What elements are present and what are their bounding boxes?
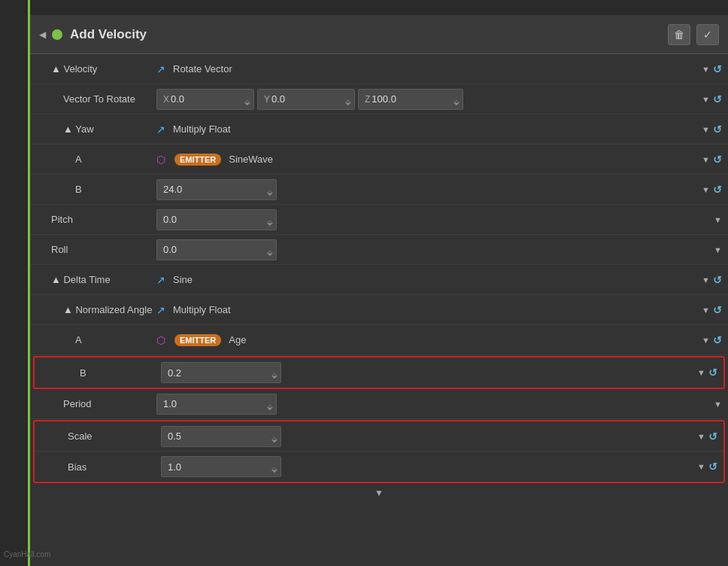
norm-b-dropdown[interactable]: ▼	[697, 368, 705, 377]
y-label: Y	[264, 94, 270, 105]
scale-label: Scale	[41, 431, 161, 442]
pitch-input[interactable]: 0.0 ⬙	[156, 209, 277, 230]
roll-input[interactable]: 0.0 ⬙	[156, 239, 277, 260]
period-label: Period	[36, 398, 156, 409]
dropdown-arrow[interactable]: ▼	[702, 65, 710, 74]
watermark: CyanHall.com	[4, 550, 50, 558]
pitch-expand: ⬙	[267, 218, 273, 227]
yaw-b-input[interactable]: 24.0 ⬙	[156, 179, 277, 200]
pitch-label: Pitch	[36, 214, 156, 225]
delta-actions: ▼ ↺	[702, 274, 722, 286]
norm-actions: ▼ ↺	[702, 304, 722, 316]
scale-actions: ▼ ↺	[697, 431, 717, 443]
velocity-value: ↗ Rotate Vector	[156, 63, 702, 75]
norm-dropdown[interactable]: ▼	[702, 306, 710, 315]
norm-a-dropdown[interactable]: ▼	[702, 336, 710, 345]
reset-btn-v[interactable]: ↺	[713, 93, 722, 105]
yaw-a-value: ⬡ EMITTER SineWave	[156, 154, 702, 166]
bias-expand: ⬙	[271, 465, 278, 473]
norm-b-value: 0.2 ⬙	[161, 362, 697, 383]
roll-row: Roll 0.0 ⬙ ▼	[30, 235, 728, 265]
bias-label: Bias	[41, 461, 161, 473]
bias-input[interactable]: 1.0 ⬙	[161, 456, 281, 477]
bias-value: 1.0 ⬙	[161, 456, 697, 477]
delta-time-value: ↗ Sine	[156, 274, 702, 286]
scale-reset[interactable]: ↺	[708, 431, 717, 443]
link-icon-a: ⬡	[156, 154, 165, 166]
x-label: X	[163, 94, 169, 105]
normalized-angle-label: ▲ Normalized Angle	[36, 304, 156, 315]
yaw-a-dropdown[interactable]: ▼	[702, 155, 710, 164]
dropdown-arrow-v[interactable]: ▼	[702, 95, 710, 104]
norm-a-row: A ⬡ EMITTER Age ▼ ↺	[30, 325, 728, 355]
yaw-a-actions: ▼ ↺	[702, 154, 722, 166]
yaw-b-label: B	[36, 184, 156, 195]
delta-collapse[interactable]: ▲	[51, 274, 63, 285]
normalized-angle-value: ↗ Multiply Float	[156, 304, 702, 316]
delta-curve-icon: ↗	[156, 274, 165, 286]
reset-btn[interactable]: ↺	[713, 63, 722, 75]
norm-a-reset[interactable]: ↺	[713, 334, 722, 346]
status-indicator	[52, 29, 62, 40]
xyz-inputs: X 0.0 ⬙ Y 0.0 ⬙ Z 100.0 ⬙	[156, 89, 463, 110]
roll-dropdown[interactable]: ▼	[714, 245, 722, 254]
delta-time-label: ▲ Delta Time	[36, 274, 156, 285]
emitter-badge-a: EMITTER	[174, 154, 221, 166]
yaw-b-row: B 24.0 ⬙ ▼ ↺	[30, 175, 728, 205]
norm-a-label: A	[36, 334, 156, 345]
yaw-collapse[interactable]: ▲	[63, 123, 75, 135]
scale-bias-highlight: Scale 0.5 ⬙ ▼ ↺ Bias 1.0	[33, 420, 725, 483]
delta-time-row: ▲ Delta Time ↗ Sine ▼ ↺	[30, 265, 728, 295]
vector-to-rotate-label: Vector To Rotate	[36, 93, 156, 105]
z-input[interactable]: Z 100.0 ⬙	[358, 89, 463, 110]
roll-label: Roll	[36, 244, 156, 255]
header-icons: 🗑 ✓	[668, 24, 719, 45]
norm-b-label: B	[41, 367, 161, 379]
x-input[interactable]: X 0.0 ⬙	[156, 89, 254, 110]
delta-reset[interactable]: ↺	[713, 274, 722, 286]
collapse-tri[interactable]: ▲	[51, 63, 63, 75]
bias-reset[interactable]: ↺	[708, 461, 717, 473]
norm-b-reset[interactable]: ↺	[708, 367, 717, 379]
period-actions: ▼	[714, 400, 722, 409]
normalized-angle-row: ▲ Normalized Angle ↗ Multiply Float ▼ ↺	[30, 295, 728, 325]
delta-dropdown[interactable]: ▼	[702, 275, 710, 285]
period-input[interactable]: 1.0 ⬙	[156, 394, 277, 415]
norm-collapse[interactable]: ▲	[63, 304, 75, 315]
norm-reset[interactable]: ↺	[713, 304, 722, 316]
vector-xyz-group: X 0.0 ⬙ Y 0.0 ⬙ Z 100.0 ⬙	[156, 89, 702, 110]
check-button[interactable]: ✓	[696, 24, 719, 45]
z-label: Z	[365, 94, 370, 105]
page-title: Add Velocity	[70, 27, 668, 42]
yaw-b-value: 24.0 ⬙	[156, 179, 702, 200]
roll-expand: ⬙	[267, 248, 273, 257]
y-input[interactable]: Y 0.0 ⬙	[257, 89, 355, 110]
yaw-actions: ▼ ↺	[702, 123, 722, 135]
yaw-b-reset[interactable]: ↺	[713, 184, 722, 196]
pitch-value: 0.0 ⬙	[156, 209, 714, 230]
yaw-b-dropdown[interactable]: ▼	[702, 185, 710, 194]
scale-dropdown[interactable]: ▼	[697, 432, 705, 441]
yaw-reset[interactable]: ↺	[713, 123, 722, 135]
emitter-badge-norm-a: EMITTER	[174, 334, 221, 346]
pitch-dropdown[interactable]: ▼	[714, 215, 722, 224]
period-dropdown[interactable]: ▼	[714, 400, 722, 409]
delete-button[interactable]: 🗑	[668, 24, 690, 45]
bias-dropdown[interactable]: ▼	[697, 462, 705, 471]
vector-actions: ▼ ↺	[702, 93, 722, 105]
collapse-arrow[interactable]: ◀	[39, 29, 46, 40]
yaw-dropdown[interactable]: ▼	[702, 125, 710, 134]
roll-actions: ▼	[714, 245, 722, 254]
left-bar	[0, 0, 30, 566]
norm-b-input[interactable]: 0.2 ⬙	[161, 362, 281, 383]
yaw-a-row: A ⬡ EMITTER SineWave ▼ ↺	[30, 145, 728, 175]
norm-b-expand: ⬙	[271, 371, 278, 379]
norm-b-actions: ▼ ↺	[697, 367, 717, 379]
scroll-down[interactable]: ▼	[30, 483, 728, 503]
scale-input[interactable]: 0.5 ⬙	[161, 426, 281, 447]
period-row: Period 1.0 ⬙ ▼	[30, 389, 728, 419]
yaw-a-reset[interactable]: ↺	[713, 154, 722, 166]
roll-value: 0.0 ⬙	[156, 239, 714, 260]
period-value: 1.0 ⬙	[156, 394, 714, 415]
norm-b-highlight: B 0.2 ⬙ ▼ ↺	[33, 356, 725, 389]
